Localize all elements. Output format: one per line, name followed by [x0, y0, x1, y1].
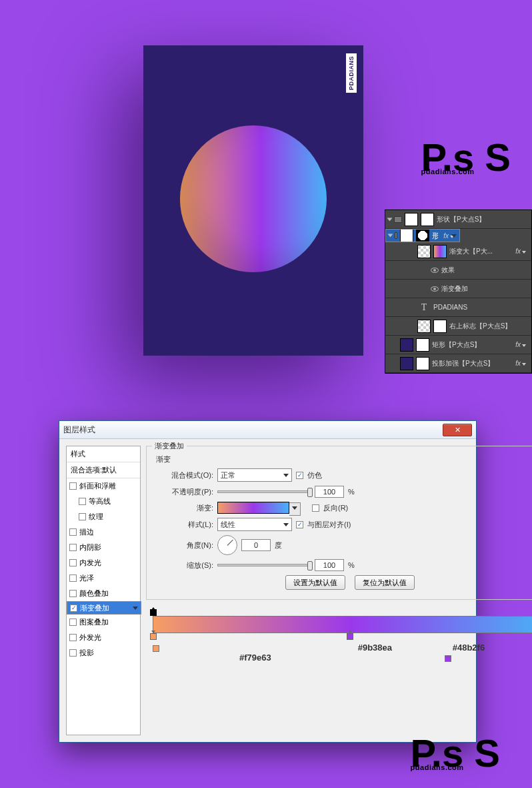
dialog-titlebar[interactable]: 图层样式 ✕ [59, 421, 476, 439]
checkbox-icon[interactable] [69, 559, 77, 566]
group-title: 渐变叠加 [152, 441, 187, 451]
thumb-icon [417, 320, 431, 333]
reverse-checkbox[interactable] [312, 504, 319, 512]
poster-preview: PDADIANS [143, 45, 363, 356]
opacity-slider[interactable] [217, 490, 311, 493]
dither-checkbox[interactable] [296, 472, 303, 479]
layer-row[interactable]: 形状【P大点S】 [385, 210, 531, 229]
layer-name: 投影加强【P大点S】 [432, 359, 494, 368]
style-item-inner-glow[interactable]: 内发光 [67, 555, 140, 570]
checkbox-icon[interactable] [69, 528, 77, 536]
fx-badge[interactable]: fx [513, 248, 529, 255]
dither-label: 仿色 [307, 470, 322, 480]
layer-row[interactable]: 矩形【P大点S】 fx [385, 336, 531, 354]
layer-name: 形状【P大点S】 [437, 215, 485, 224]
style-label: 样式(L): [153, 520, 213, 530]
layer-row[interactable]: 形状【P... fx [385, 229, 460, 242]
scale-input[interactable]: 100 [315, 559, 344, 571]
layer-row[interactable]: 右上标志【P大点S】 [385, 317, 531, 336]
layer-name: 渐变大【P大... [449, 247, 493, 256]
opacity-stop[interactable] [150, 609, 157, 616]
layer-row[interactable]: 渐变大【P大... fx [385, 242, 531, 261]
checkbox-icon[interactable] [69, 590, 77, 597]
thumb-icon [405, 213, 418, 226]
gradient-bar[interactable] [153, 616, 532, 633]
canvas-area: PDADIANS P.s S pdadians.com 形状【P大点S】 形状【… [0, 0, 532, 394]
thumb-icon [416, 338, 429, 352]
twisty-icon[interactable] [388, 234, 393, 238]
close-button[interactable]: ✕ [443, 424, 472, 436]
style-item-outer-glow[interactable]: 外发光 [67, 630, 140, 645]
style-item-drop-shadow[interactable]: 投影 [67, 645, 140, 661]
thumb-icon [400, 229, 413, 242]
twisty-icon[interactable] [387, 218, 393, 221]
layer-fx-row[interactable]: 渐变叠加 [385, 280, 531, 298]
layer-fx-row[interactable]: 效果 [385, 261, 531, 280]
checkbox-icon[interactable] [69, 619, 77, 626]
checkbox-icon[interactable] [69, 544, 77, 551]
fx-badge[interactable]: fx [513, 341, 529, 348]
layer-row[interactable]: T PDADIANS [385, 298, 531, 317]
reverse-label: 反向(R) [323, 503, 348, 513]
angle-input[interactable]: 0 [241, 539, 271, 551]
eye-icon[interactable] [431, 268, 439, 273]
poster-gradient-circle [180, 125, 327, 272]
opacity-label: 不透明度(P): [153, 487, 213, 497]
style-item-pattern-overlay[interactable]: 图案叠加 [67, 615, 140, 630]
style-select[interactable]: 线性 [217, 518, 292, 531]
degree-label: 度 [275, 540, 282, 550]
layer-style-dialog: 图层样式 ✕ 样式 混合选项:默认 斜面和浮雕 等高线 纹理 描边 内阴影 内发… [59, 420, 477, 743]
group-subtitle: 渐变 [156, 454, 532, 464]
styles-header[interactable]: 样式 [67, 446, 140, 462]
style-item-gradient-overlay[interactable]: 渐变叠加 [67, 601, 141, 615]
poster: PDADIANS [143, 45, 363, 356]
percent-label: % [348, 488, 356, 496]
set-default-button[interactable]: 设置为默认值 [285, 575, 345, 590]
checkbox-checked-icon[interactable] [70, 605, 77, 612]
align-label: 与图层对齐(I) [307, 520, 351, 530]
blend-header[interactable]: 混合选项:默认 [67, 462, 140, 478]
style-item-bevel[interactable]: 斜面和浮雕 [67, 478, 140, 494]
style-item-color-overlay[interactable]: 颜色叠加 [67, 586, 140, 601]
checkbox-icon[interactable] [69, 634, 77, 641]
opacity-input[interactable]: 100 [315, 486, 344, 498]
scale-label: 缩放(S): [153, 560, 213, 570]
dialog-title: 图层样式 [63, 424, 95, 436]
color-chip-icon [445, 655, 451, 662]
gradient-picker[interactable] [217, 502, 289, 514]
blend-mode-select[interactable]: 正常 [217, 468, 292, 482]
checkbox-icon[interactable] [79, 513, 86, 520]
scale-slider[interactable] [217, 564, 311, 566]
checkbox-icon[interactable] [69, 482, 77, 490]
style-item-texture[interactable]: 纹理 [67, 509, 140, 524]
color-stop[interactable] [150, 633, 157, 640]
checkbox-icon[interactable] [79, 498, 86, 505]
style-item-stroke[interactable]: 描边 [67, 524, 140, 540]
style-list: 样式 混合选项:默认 斜面和浮雕 等高线 纹理 描边 内阴影 内发光 光泽 颜色… [66, 446, 141, 735]
watermark: P.s S pdadians.com [421, 143, 511, 175]
checkbox-icon[interactable] [69, 649, 77, 657]
watermark: P.s S pdadians.com [411, 739, 500, 771]
mask-thumb-icon [421, 213, 434, 226]
layer-name: 效果 [441, 266, 455, 275]
layer-name: 右上标志【P大点S】 [449, 322, 511, 331]
fx-badge[interactable]: fx [441, 232, 457, 240]
layer-name: 渐变叠加 [441, 284, 468, 294]
color-stop[interactable] [347, 633, 353, 640]
gradient-label: 渐变: [153, 503, 213, 513]
angle-dial[interactable] [217, 535, 237, 555]
align-checkbox[interactable] [296, 521, 303, 528]
gradient-overlay-group: 渐变叠加 渐变 混合模式(O): 正常 仿色 不透明度(P): 100 % [146, 446, 532, 600]
settings-area: 渐变叠加 渐变 混合模式(O): 正常 仿色 不透明度(P): 100 % [146, 446, 532, 735]
fx-badge[interactable]: fx [513, 360, 529, 367]
style-item-contour[interactable]: 等高线 [67, 494, 140, 509]
mask-thumb-icon [416, 229, 429, 242]
dialog-area: 图层样式 ✕ 样式 混合选项:默认 斜面和浮雕 等高线 纹理 描边 内阴影 内发… [0, 394, 532, 788]
layer-row[interactable]: 投影加强【P大点S】 fx [385, 354, 531, 373]
eye-icon[interactable] [431, 286, 439, 292]
checkbox-icon[interactable] [69, 574, 77, 582]
reset-default-button[interactable]: 复位为默认值 [355, 575, 415, 590]
style-item-inner-shadow[interactable]: 内阴影 [67, 540, 140, 555]
layer-name: 矩形【P大点S】 [432, 340, 481, 350]
style-item-satin[interactable]: 光泽 [67, 570, 140, 586]
